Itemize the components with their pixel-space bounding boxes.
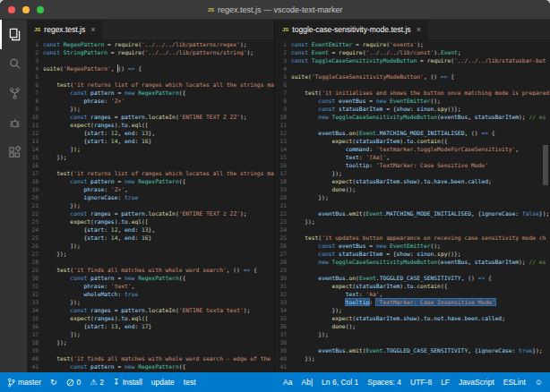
code-text: const ranges = pattern.locateIn('ENTIRE … (43, 209, 247, 217)
activity-bar-explorer[interactable] (0, 20, 27, 49)
status-label: master (18, 378, 41, 387)
line-number: 29 (27, 266, 43, 274)
code-line: 5suite('ToggleCaseSensitivityModeButton'… (275, 72, 550, 81)
code-line: 28 new ToggleCaseSensitivityModeButton(e… (275, 258, 550, 266)
status-git-branch[interactable]: master (7, 378, 41, 388)
code-line: 25 test('it updates button appearance on… (275, 234, 550, 242)
zoom-window-button[interactable] (37, 6, 44, 13)
code-line: 1const EventEmitter = require('events'); (275, 40, 550, 48)
scrollbar-thumb[interactable] (543, 145, 548, 185)
line-number: 36 (27, 322, 43, 330)
status-cursor-position[interactable]: Ln 6, Col 1 (322, 378, 358, 387)
code-text: expect(statusBarItem).to.contain({ (291, 137, 447, 145)
code-text: const pattern = new RegexPattern({ (43, 362, 185, 371)
activity-bar-search[interactable] (0, 49, 27, 79)
line-number: 9 (275, 105, 291, 113)
tab-bar: JSregex.test.js× (27, 20, 274, 39)
code-line: 23 }); (275, 217, 550, 226)
line-number: 39 (275, 346, 291, 354)
code-area[interactable]: 1const EventEmitter = require('events');… (275, 39, 550, 372)
code-line: 21 (275, 201, 550, 209)
code-text: phrase: 'Z+' (43, 97, 125, 105)
code-line: 7 const pattern = new RegexPattern({ (27, 89, 274, 97)
branch-icon (7, 378, 15, 388)
tab-regex.test.js[interactable]: JSregex.test.js× (27, 20, 102, 39)
activity-bar-source-control[interactable] (0, 79, 27, 108)
code-line: 16 tooltip: 'TextMarker: Case Sensitive … (275, 161, 550, 169)
status-feedback[interactable]: ☺ (535, 379, 543, 387)
status-language-mode[interactable]: JavaScript (459, 378, 494, 387)
line-number: 2 (275, 48, 291, 56)
close-window-button[interactable] (8, 6, 15, 13)
code-text: }); (43, 338, 67, 346)
status-label: update (151, 378, 175, 387)
code-text: const pattern = new RegexPattern({ (43, 89, 185, 97)
code-line: 2const StringPattern = require('../../..… (27, 48, 274, 56)
line-number: 30 (275, 274, 291, 282)
code-text: expect(ranges).to.eql([ (43, 314, 149, 322)
code-line: 15 text: '[Aa]', (275, 153, 550, 161)
status-errors[interactable]: 0 (66, 378, 82, 387)
line-number: 19 (27, 185, 43, 193)
line-number: 12 (27, 129, 43, 137)
code-line: 30 eventBus.on(Event.TOGGLED_CASE_SENSIT… (275, 274, 550, 282)
warning-icon: ⚠ (90, 379, 97, 387)
status-eslint[interactable]: ESLint (503, 378, 526, 387)
code-line: 30 const pattern = new RegexPattern({ (27, 274, 274, 282)
code-text: tooltip: 'TextMarker: Case Sensitive Mod… (291, 161, 488, 169)
close-tab-icon[interactable]: × (417, 25, 421, 34)
close-tab-icon[interactable]: × (90, 25, 95, 34)
status-encoding[interactable]: UTF-8 (410, 378, 432, 387)
status-label: Install (123, 378, 142, 387)
status-indentation[interactable]: Spaces: 4 (367, 378, 401, 387)
line-number: 31 (27, 282, 43, 290)
window-title: JS regex.test.js — vscode-text-marker (208, 5, 343, 14)
sync-icon: ↻ (50, 379, 57, 387)
code-text: }); (291, 371, 301, 372)
tab-toggle-case-sensitivity-mode.test.js[interactable]: JStoggle-case-sensitivity-mode.test.js× (275, 20, 428, 39)
code-line: 27 }); (27, 250, 274, 258)
line-number: 3 (275, 56, 291, 64)
code-text: expect(ranges).to.eql([ (43, 121, 149, 129)
code-text: test('it updates button appearance on re… (291, 234, 546, 242)
code-line: 8 const eventBus = new EventEmitter(); (275, 97, 550, 105)
status-textmarker-whole-match[interactable]: Ab| (302, 378, 314, 387)
minimize-window-button[interactable] (22, 6, 30, 13)
status-npm-test[interactable]: test (184, 378, 196, 387)
status-eol[interactable]: LF (441, 378, 450, 387)
tab-label: regex.test.js (44, 25, 85, 34)
line-number: 10 (275, 113, 291, 121)
line-number: 34 (275, 306, 291, 314)
code-text: {start: 14, end: 16} (43, 234, 151, 242)
line-number: 4 (27, 64, 43, 72)
line-number: 32 (27, 290, 43, 298)
code-line: 18 const pattern = new RegexPattern({ (27, 177, 274, 185)
status-warnings[interactable]: ⚠2 (90, 378, 104, 387)
code-line: 35 expect(ranges).to.eql([ (27, 314, 274, 322)
status-npm-install[interactable]: ↧Install (113, 378, 142, 387)
line-number: 7 (275, 89, 291, 97)
code-text: command: 'textmarker.toggleModeForCaseSe… (291, 145, 519, 153)
status-npm-update[interactable]: update (151, 378, 175, 387)
activity-bar-debug[interactable] (0, 108, 27, 138)
code-text: text: 'Aa', (291, 290, 382, 298)
line-number: 26 (27, 242, 43, 250)
code-text: expect(statusBarItem).to.contain({ (291, 282, 447, 290)
line-number: 23 (27, 217, 43, 226)
line-number: 8 (275, 97, 291, 105)
code-text: text: '[Aa]', (291, 153, 390, 161)
code-text: const StringPattern = require('../../../… (43, 48, 254, 56)
status-sync[interactable]: ↻ (50, 379, 57, 387)
code-text: ]); (43, 330, 81, 338)
code-line: 40 }); (275, 354, 550, 362)
source-control-icon (8, 87, 21, 100)
tab-label: toggle-case-sensitivity-mode.test.js (292, 25, 410, 34)
code-line: 1const RegexPattern = require('../../../… (27, 40, 274, 48)
status-bar-left: master↻0⚠2↧Installupdatetest (7, 378, 196, 388)
activity-bar-extensions[interactable] (0, 138, 27, 167)
code-area[interactable]: 1const RegexPattern = require('../../../… (27, 39, 274, 372)
code-line: 24 (275, 226, 550, 234)
status-label: JavaScript (459, 378, 494, 387)
line-number: 13 (275, 137, 291, 145)
status-textmarker-case-sensitivity[interactable]: Aa (283, 378, 292, 387)
